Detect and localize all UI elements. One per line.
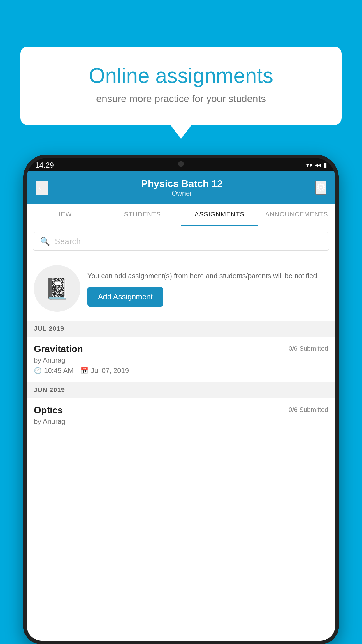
power-button <box>338 228 339 265</box>
app-toolbar: ← Physics Batch 12 Owner ⚙ <box>27 172 335 204</box>
search-container: 🔍 Search <box>27 226 335 256</box>
tabs-bar: IEW STUDENTS ASSIGNMENTS ANNOUNCEMENTS <box>27 204 335 226</box>
assignment-item-header: Gravitation 0/6 Submitted <box>34 344 328 354</box>
settings-button[interactable]: ⚙ <box>315 181 326 195</box>
search-placeholder: Search <box>55 237 81 246</box>
tab-students[interactable]: STUDENTS <box>104 204 181 226</box>
section-header-jul: JUL 2019 <box>27 321 335 337</box>
tab-announcements[interactable]: ANNOUNCEMENTS <box>258 204 335 226</box>
assignment-by-optics: by Anurag <box>34 417 328 426</box>
add-assignment-right: You can add assignment(s) from here and … <box>87 271 328 307</box>
section-header-jun: JUN 2019 <box>27 382 335 398</box>
assignment-item-gravitation[interactable]: Gravitation 0/6 Submitted by Anurag 🕐 10… <box>27 337 335 382</box>
tab-assignments[interactable]: ASSIGNMENTS <box>181 204 258 226</box>
assignment-date-text: Jul 07, 2019 <box>91 367 129 375</box>
assignment-time: 🕐 10:45 AM <box>34 367 73 375</box>
notebook-icon-circle: 📓 <box>34 265 80 312</box>
status-icons: ▾▾ ◂◂ ▮ <box>306 161 327 169</box>
speech-bubble-title: Online assignments <box>41 64 321 87</box>
tab-iew[interactable]: IEW <box>27 204 104 226</box>
assignment-meta: 🕐 10:45 AM 📅 Jul 07, 2019 <box>34 367 328 375</box>
phone-notch <box>164 159 198 169</box>
front-camera <box>178 161 184 167</box>
status-time: 14:29 <box>35 161 54 170</box>
add-assignment-desc: You can add assignment(s) from here and … <box>87 271 328 281</box>
assignment-time-text: 10:45 AM <box>44 367 73 375</box>
battery-icon: ▮ <box>324 161 327 169</box>
search-bar[interactable]: 🔍 Search <box>33 232 329 251</box>
assignment-name-optics: Optics <box>34 405 63 416</box>
speech-bubble-subtitle: ensure more practice for your students <box>41 93 321 104</box>
assignment-submitted: 0/6 Submitted <box>289 345 328 352</box>
volume-down-button <box>23 236 24 265</box>
toolbar-title-container: Physics Batch 12 Owner <box>141 178 223 197</box>
back-button[interactable]: ← <box>36 181 48 195</box>
add-assignment-button[interactable]: Add Assignment <box>87 287 163 307</box>
clock-icon: 🕐 <box>34 367 42 374</box>
assignment-item-optics[interactable]: Optics 0/6 Submitted by Anurag <box>27 398 335 435</box>
assignment-date: 📅 Jul 07, 2019 <box>80 367 129 375</box>
add-assignment-section: 📓 You can add assignment(s) from here an… <box>27 256 335 321</box>
wifi-icon: ▾▾ <box>306 161 312 169</box>
signal-icon: ◂◂ <box>315 161 321 169</box>
phone-frame: 14:29 ▾▾ ◂◂ ▮ ← Physics Batch 12 Owner ⚙… <box>23 155 339 644</box>
toolbar-subtitle: Owner <box>141 189 223 197</box>
assignment-item-header-optics: Optics 0/6 Submitted <box>34 405 328 416</box>
speech-bubble: Online assignments ensure more practice … <box>20 47 342 125</box>
assignment-submitted-optics: 0/6 Submitted <box>289 406 328 414</box>
volume-up-button <box>23 213 24 230</box>
speech-bubble-container: Online assignments ensure more practice … <box>20 47 342 125</box>
app-content: ← Physics Batch 12 Owner ⚙ IEW STUDENTS … <box>27 172 335 640</box>
assignment-name: Gravitation <box>34 344 83 354</box>
calendar-icon: 📅 <box>80 367 88 374</box>
assignment-by: by Anurag <box>34 356 328 364</box>
search-icon: 🔍 <box>40 237 50 246</box>
notebook-icon: 📓 <box>45 276 70 300</box>
toolbar-title: Physics Batch 12 <box>141 178 223 189</box>
